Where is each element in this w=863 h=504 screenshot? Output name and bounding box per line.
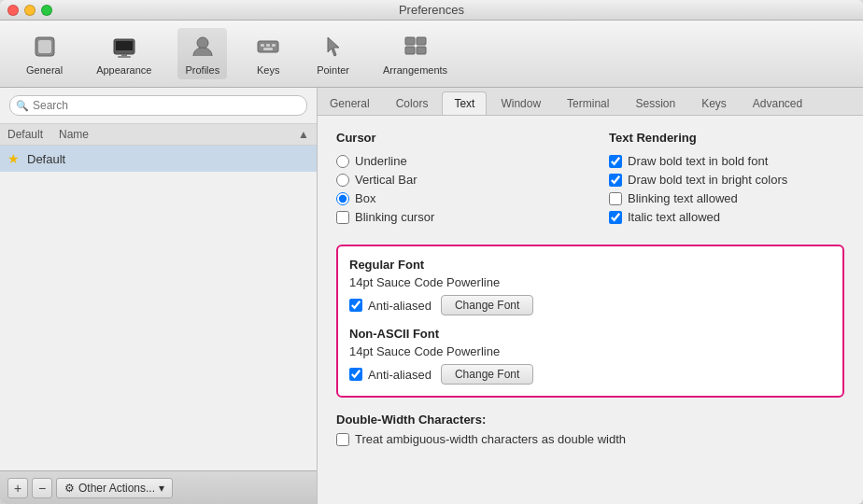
tr-blinking-label: Blinking text allowed: [628, 191, 738, 205]
general-icon: [30, 32, 60, 62]
other-actions-label: Other Actions...: [78, 482, 155, 495]
svg-rect-3: [116, 41, 133, 50]
appearance-icon: [109, 32, 139, 62]
maximize-button[interactable]: [41, 5, 52, 16]
cursor-blinking[interactable]: Blinking cursor: [336, 210, 572, 224]
tr-bold-bright-checkbox[interactable]: [609, 174, 622, 187]
profile-name: Default: [27, 152, 65, 166]
svg-point-6: [197, 37, 208, 49]
text-rendering-options: Draw bold text in bold font Draw bold te…: [609, 154, 844, 224]
profiles-header: Default Name ▲: [0, 124, 317, 146]
double-width-option[interactable]: Treat ambiguous-width characters as doub…: [336, 432, 844, 446]
svg-rect-11: [263, 48, 273, 50]
regular-anti-aliased-checkbox[interactable]: [349, 299, 362, 312]
tr-bold-font-label: Draw bold text in bold font: [628, 154, 768, 168]
regular-font-section: Regular Font 14pt Sauce Code Powerline A…: [349, 258, 831, 315]
cursor-blinking-label: Blinking cursor: [355, 210, 434, 224]
tr-italic[interactable]: Italic text allowed: [609, 210, 844, 224]
arrangements-label: Arrangements: [383, 64, 447, 76]
tab-window[interactable]: Window: [488, 91, 553, 115]
cursor-radio-group: Underline Vertical Bar Box: [336, 154, 572, 224]
search-input[interactable]: [9, 95, 307, 116]
tr-bold-font-checkbox[interactable]: [609, 155, 622, 168]
regular-font-controls: Anti-aliased Change Font: [349, 295, 831, 315]
tr-italic-label: Italic text allowed: [628, 210, 720, 224]
toolbar-item-profiles[interactable]: Profiles: [177, 28, 227, 79]
cursor-box[interactable]: Box: [336, 191, 572, 205]
keys-label: Keys: [257, 64, 279, 76]
sort-icon: ▲: [298, 128, 309, 141]
svg-rect-15: [417, 47, 426, 54]
appearance-label: Appearance: [96, 64, 151, 76]
add-profile-button[interactable]: +: [7, 478, 28, 498]
cursor-blinking-checkbox[interactable]: [336, 211, 349, 224]
non-ascii-anti-aliased[interactable]: Anti-aliased: [349, 368, 432, 382]
general-label: General: [26, 64, 63, 76]
cursor-vertical-bar-radio[interactable]: [336, 174, 349, 187]
double-width-section: Double-Width Characters: Treat ambiguous…: [336, 413, 844, 446]
remove-profile-button[interactable]: −: [32, 478, 52, 498]
chevron-down-icon: ▾: [159, 482, 164, 495]
toolbar-item-pointer[interactable]: Pointer: [309, 28, 357, 79]
tabs-bar: General Colors Text Window Terminal Sess…: [318, 88, 863, 116]
profiles-icon: [188, 32, 218, 62]
double-width-title: Double-Width Characters:: [336, 413, 844, 427]
tr-blinking-checkbox[interactable]: [609, 192, 622, 205]
bottom-bar: + − ⚙ Other Actions... ▾: [0, 470, 317, 504]
pointer-label: Pointer: [317, 64, 349, 76]
preferences-window: Preferences General App: [0, 0, 863, 504]
non-ascii-anti-aliased-checkbox[interactable]: [349, 368, 362, 381]
cursor-vertical-bar[interactable]: Vertical Bar: [336, 173, 572, 187]
search-icon: 🔍: [16, 100, 29, 112]
svg-rect-5: [118, 56, 131, 58]
search-wrapper: 🔍: [9, 95, 307, 116]
text-rendering-title: Text Rendering: [609, 131, 844, 145]
toolbar-item-appearance[interactable]: Appearance: [89, 28, 159, 79]
svg-rect-9: [266, 44, 270, 47]
non-ascii-anti-aliased-label: Anti-aliased: [368, 368, 432, 382]
regular-change-font-button[interactable]: Change Font: [441, 295, 533, 315]
tr-italic-checkbox[interactable]: [609, 211, 622, 224]
profiles-list: ★ Default: [0, 146, 317, 470]
non-ascii-font-controls: Anti-aliased Change Font: [349, 364, 831, 385]
cursor-vertical-bar-label: Vertical Bar: [355, 173, 417, 187]
tab-general[interactable]: General: [318, 91, 382, 115]
header-default: Default: [7, 128, 59, 141]
tab-keys[interactable]: Keys: [689, 91, 739, 115]
double-width-label: Treat ambiguous-width characters as doub…: [355, 432, 626, 446]
toolbar-item-arrangements[interactable]: Arrangements: [375, 28, 455, 79]
non-ascii-font-desc: 14pt Sauce Code Powerline: [349, 344, 831, 358]
regular-font-title: Regular Font: [349, 258, 831, 272]
toolbar-item-general[interactable]: General: [19, 28, 70, 79]
toolbar-item-keys[interactable]: Keys: [246, 28, 290, 79]
cursor-underline-label: Underline: [355, 154, 407, 168]
tab-content-text: Cursor Underline Vertical Bar: [318, 116, 863, 504]
svg-rect-14: [405, 47, 415, 54]
tab-text[interactable]: Text: [442, 91, 487, 115]
header-name: Name: [59, 128, 298, 141]
tab-colors[interactable]: Colors: [384, 91, 441, 115]
double-width-checkbox[interactable]: [336, 433, 349, 446]
regular-anti-aliased[interactable]: Anti-aliased: [349, 299, 432, 313]
cursor-underline-radio[interactable]: [336, 155, 349, 168]
non-ascii-font-section: Non-ASCII Font 14pt Sauce Code Powerline…: [349, 327, 831, 385]
pointer-icon: [318, 32, 348, 62]
tab-session[interactable]: Session: [623, 91, 687, 115]
non-ascii-font-title: Non-ASCII Font: [349, 327, 831, 341]
tr-blinking[interactable]: Blinking text allowed: [609, 191, 844, 205]
cursor-underline[interactable]: Underline: [336, 154, 572, 168]
non-ascii-change-font-button[interactable]: Change Font: [441, 364, 533, 385]
svg-rect-4: [121, 54, 127, 56]
cursor-box-radio[interactable]: [336, 192, 349, 205]
other-actions-button[interactable]: ⚙ Other Actions... ▾: [56, 478, 173, 498]
tab-terminal[interactable]: Terminal: [555, 91, 621, 115]
minimize-button[interactable]: [24, 5, 35, 16]
tr-bold-font[interactable]: Draw bold text in bold font: [609, 154, 844, 168]
arrangements-icon: [401, 32, 431, 62]
tr-bold-bright[interactable]: Draw bold text in bright colors: [609, 173, 844, 187]
svg-rect-1: [38, 40, 51, 53]
cursor-box-label: Box: [355, 191, 375, 205]
close-button[interactable]: [7, 5, 19, 16]
profile-item-default[interactable]: ★ Default: [0, 146, 317, 172]
tab-advanced[interactable]: Advanced: [741, 91, 814, 115]
